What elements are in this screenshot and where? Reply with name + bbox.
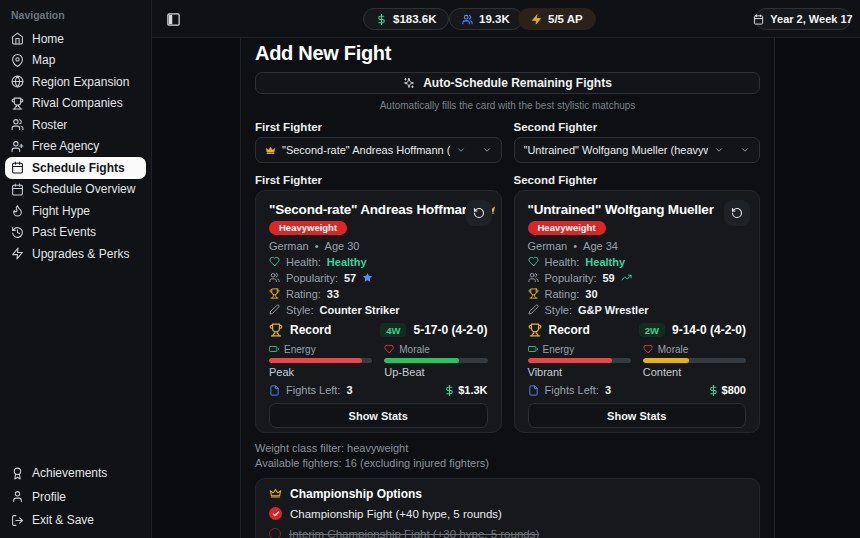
show-stats-button[interactable]: Show Stats bbox=[269, 403, 488, 428]
second-fighter-card-label: Second Fighter bbox=[514, 174, 761, 186]
energy-state: Peak bbox=[269, 366, 372, 378]
sidebar-item-free-agency[interactable]: Free Agency bbox=[5, 136, 146, 158]
star-icon bbox=[362, 272, 373, 283]
calendar-icon bbox=[11, 183, 24, 196]
sidebar-item-label: Region Expansion bbox=[32, 75, 129, 89]
first-fighter-select[interactable]: "Second-rate" Andreas Hoffmann (heavywei… bbox=[255, 137, 502, 163]
health-value: Healthy bbox=[585, 256, 625, 268]
morale-label: Morale bbox=[399, 344, 430, 355]
energy-state: Vibrant bbox=[528, 366, 631, 378]
fans-badge: 19.3K bbox=[449, 8, 523, 30]
money-badge: $183.6K bbox=[363, 8, 449, 30]
app-window: Navigation Home Map Region Expansion Riv… bbox=[0, 0, 860, 538]
user-icon bbox=[11, 490, 24, 503]
panel-left-icon bbox=[166, 12, 181, 27]
trophy-icon bbox=[528, 288, 539, 299]
refresh-icon bbox=[731, 207, 743, 219]
medal-icon bbox=[11, 467, 24, 480]
sidebar-item-exit-save[interactable]: Exit & Save bbox=[5, 509, 146, 533]
popularity-label: Popularity: bbox=[286, 272, 338, 284]
rating-row: Rating: 30 bbox=[528, 287, 747, 300]
sidebar-item-home[interactable]: Home bbox=[5, 28, 146, 50]
home-icon bbox=[11, 32, 24, 45]
fights-left-label: Fights Left: bbox=[286, 384, 340, 396]
fights-left-row: Fights Left: 3 $800 bbox=[528, 384, 747, 396]
trophy-icon bbox=[528, 323, 542, 337]
trophy-icon bbox=[269, 323, 283, 337]
sidebar-item-region-expansion[interactable]: Region Expansion bbox=[5, 71, 146, 93]
style-row: Style: G&P Wrestler bbox=[528, 303, 747, 316]
record-value: 9-14-0 (4-2-0) bbox=[672, 323, 746, 337]
auto-schedule-button[interactable]: Auto-Schedule Remaining Fights bbox=[255, 72, 760, 94]
style-row: Style: Counter Striker bbox=[269, 303, 488, 316]
dollar-icon bbox=[708, 385, 719, 396]
bars-section: Energy Peak Morale Up-Beat bbox=[269, 344, 488, 378]
morale-bar bbox=[384, 358, 487, 363]
sidebar-item-label: Profile bbox=[32, 490, 66, 504]
zap-icon bbox=[531, 14, 542, 25]
rating-row: Rating: 33 bbox=[269, 287, 488, 300]
sidebar-item-label: Achievements bbox=[32, 466, 107, 480]
fighter-name-text: "Second-rate" Andreas Hoffmann bbox=[269, 202, 478, 217]
sidebar-item-profile[interactable]: Profile bbox=[5, 485, 146, 509]
championship-options-title-text: Championship Options bbox=[290, 487, 422, 501]
right-gutter bbox=[775, 38, 860, 538]
radio-checked-icon bbox=[269, 507, 282, 520]
money-value: $183.6K bbox=[393, 13, 436, 25]
sidebar-item-schedule-fights[interactable]: Schedule Fights bbox=[5, 157, 146, 179]
flame-icon bbox=[11, 204, 24, 217]
purse-value: $1.3K bbox=[458, 384, 487, 396]
sidebar-item-upgrades-perks[interactable]: Upgrades & Perks bbox=[5, 243, 146, 265]
fighter-name-text: "Untrained" Wolfgang Mueller bbox=[528, 202, 714, 217]
sidebar-item-label: Upgrades & Perks bbox=[32, 247, 129, 261]
user-plus-icon bbox=[11, 140, 24, 153]
users-icon bbox=[528, 272, 539, 283]
reroll-fighter-button[interactable] bbox=[466, 200, 492, 226]
sidebar-item-label: Schedule Overview bbox=[32, 182, 135, 196]
popularity-value: 59 bbox=[602, 272, 614, 284]
energy-bar bbox=[528, 358, 631, 363]
fights-left-value: 3 bbox=[346, 384, 352, 396]
second-fighter-select[interactable]: "Untrained" Wolfgang Mueller (heavyweigh… bbox=[514, 137, 761, 163]
trophy-icon bbox=[269, 288, 280, 299]
crown-icon bbox=[265, 145, 276, 156]
morale-state: Content bbox=[643, 366, 746, 378]
sidebar-item-past-events[interactable]: Past Events bbox=[5, 222, 146, 244]
sidebar-item-label: Exit & Save bbox=[32, 513, 94, 527]
chevron-down-icon bbox=[740, 145, 750, 155]
popularity-row: Popularity: 59 bbox=[528, 271, 747, 284]
first-fighter-select-value: "Second-rate" Andreas Hoffmann (heavywei… bbox=[282, 144, 450, 156]
sidebar-toggle-button[interactable] bbox=[163, 9, 183, 29]
heart-icon bbox=[528, 256, 539, 267]
sidebar-item-fight-hype[interactable]: Fight Hype bbox=[5, 200, 146, 222]
sidebar-item-schedule-overview[interactable]: Schedule Overview bbox=[5, 179, 146, 201]
championship-fight-label: Championship Fight (+40 hype, 5 rounds) bbox=[290, 508, 502, 520]
win-streak-badge: 4W bbox=[380, 323, 406, 337]
championship-fight-option[interactable]: Championship Fight (+40 hype, 5 rounds) bbox=[269, 507, 746, 520]
fans-value: 19.3K bbox=[479, 13, 510, 25]
sidebar-item-rival-companies[interactable]: Rival Companies bbox=[5, 93, 146, 115]
fighter-meta: German • Age 34 bbox=[528, 240, 747, 252]
sidebar-item-label: Free Agency bbox=[32, 139, 99, 153]
morale-bar bbox=[643, 358, 746, 363]
filters-info: Weight class filter: heavyweight Availab… bbox=[255, 441, 760, 471]
fights-left-value: 3 bbox=[605, 384, 611, 396]
rating-label: Rating: bbox=[545, 288, 580, 300]
purse: $1.3K bbox=[444, 384, 487, 396]
reroll-fighter-button[interactable] bbox=[724, 200, 750, 226]
weight-class-filter-text: Weight class filter: heavyweight bbox=[255, 441, 760, 456]
sidebar-item-roster[interactable]: Roster bbox=[5, 114, 146, 136]
sidebar-item-label: Rival Companies bbox=[32, 96, 123, 110]
popularity-row: Popularity: 57 bbox=[269, 271, 488, 284]
rating-label: Rating: bbox=[286, 288, 321, 300]
second-fighter-select-value: "Untrained" Wolfgang Mueller (heavyweigh… bbox=[524, 144, 709, 156]
rating-value: 33 bbox=[327, 288, 339, 300]
fights-left-row: Fights Left: 3 $1.3K bbox=[269, 384, 488, 396]
show-stats-button[interactable]: Show Stats bbox=[528, 403, 747, 428]
sidebar-item-map[interactable]: Map bbox=[5, 50, 146, 72]
sidebar-footer: Achievements Profile Exit & Save bbox=[5, 462, 146, 533]
health-row: Health: Healthy bbox=[269, 255, 488, 268]
interim-championship-fight-option[interactable]: Interim Championship Fight (+30 hype, 5 … bbox=[269, 527, 746, 538]
age: Age 34 bbox=[583, 240, 618, 252]
sidebar-item-achievements[interactable]: Achievements bbox=[5, 462, 146, 486]
